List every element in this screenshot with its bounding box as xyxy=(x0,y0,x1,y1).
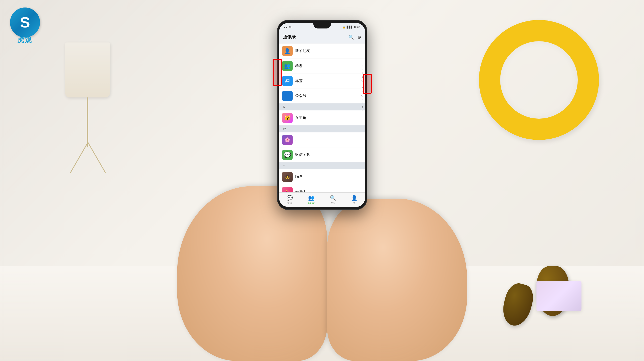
qiao-qiao-name: 哟哟 xyxy=(295,174,303,179)
official-name: 公众号 xyxy=(295,93,306,98)
alpha-up[interactable]: ↑ xyxy=(361,68,364,71)
network-type: 4G xyxy=(289,26,292,28)
yellow-donut-decoration xyxy=(479,20,599,140)
dot-user-name: 。 xyxy=(295,137,299,142)
alpha-K[interactable]: K xyxy=(361,109,364,112)
alpha-T[interactable]: T xyxy=(361,64,364,67)
status-right: 🔒 ▊▊▊ 10:37 xyxy=(343,26,360,28)
left-hand xyxy=(177,186,327,361)
weixin-icon: 💬 xyxy=(287,195,293,201)
me-icon: 👤 xyxy=(351,195,357,201)
yun-qishi-1-name: 云骑士 xyxy=(295,189,306,192)
section-y: Y xyxy=(279,162,365,169)
nv-zhujiao-name: 女主角 xyxy=(295,115,306,120)
lamp-legs xyxy=(65,142,110,182)
brand-logo: S 虎观 xyxy=(10,7,40,37)
tags-name: 标签 xyxy=(295,78,303,83)
weixin-label: 微信 xyxy=(287,201,292,205)
new-friend-name: 新的朋友 xyxy=(295,48,310,53)
app-header: 通讯录 🔍 ⊕ xyxy=(279,31,365,43)
alpha-J[interactable]: J xyxy=(361,105,364,109)
pine-cones-decoration xyxy=(469,236,594,336)
phone-device: ▲▲ 4G 🔒 ▊▊▊ 10:37 通讯录 🔍 ⊕ xyxy=(277,20,367,210)
dot-user-item[interactable]: 🌸 。 xyxy=(279,132,365,147)
pine-cone-small xyxy=(499,281,536,329)
official-account-item[interactable]: 👤 公众号 xyxy=(279,88,365,103)
official-avatar: 👤 xyxy=(282,91,293,101)
time-display: 10:37 xyxy=(354,26,360,28)
phone-screen: ▲▲ 4G 🔒 ▊▊▊ 10:37 通讯录 🔍 ⊕ xyxy=(279,23,365,207)
volume-button-highlight xyxy=(273,59,282,86)
nav-me[interactable]: 👤 我 xyxy=(351,195,357,205)
alpha-G[interactable]: G xyxy=(361,94,364,97)
contacts-title: 通讯录 xyxy=(283,34,296,40)
phone-body: ▲▲ 4G 🔒 ▊▊▊ 10:37 通讯录 🔍 ⊕ xyxy=(277,20,367,210)
section-w: W xyxy=(279,125,365,132)
right-hand xyxy=(327,199,467,361)
nv-zhujiao-item[interactable]: 😺 女主角 xyxy=(279,110,365,125)
contacts-nav-icon: 👥 xyxy=(308,195,314,201)
dot-user-avatar: 🌸 xyxy=(282,135,293,145)
nav-discover[interactable]: 🔍 发现 xyxy=(330,195,336,205)
brand-name: 虎观 xyxy=(10,36,40,44)
search-icon[interactable]: 🔍 xyxy=(348,34,354,40)
contacts-nav-label: 通讯录 xyxy=(308,201,315,205)
tags-avatar: 🏷 xyxy=(282,76,293,86)
section-n: N xyxy=(279,103,365,110)
battery-icon: ▊▊▊ xyxy=(347,26,353,28)
logo-symbol: S xyxy=(20,15,30,30)
contact-list-body: 👤 新的朋友 👥 群聊 🏷 标签 👤 公众号 xyxy=(279,43,365,192)
new-friend-avatar: 👤 xyxy=(282,46,293,56)
side-button-highlight xyxy=(363,74,372,94)
add-contact-icon[interactable]: ⊕ xyxy=(357,34,361,40)
group-chat-item[interactable]: 👥 群聊 xyxy=(279,58,365,73)
qiao-qiao-item[interactable]: 👧 哟哟 xyxy=(279,169,365,184)
qiao-qiao-avatar: 👧 xyxy=(282,172,293,182)
lamp-shade xyxy=(65,42,110,97)
wechat-team-avatar: 💬 xyxy=(282,150,293,160)
group-chat-avatar: 👥 xyxy=(282,61,293,71)
logo-circle: S xyxy=(10,7,40,37)
wechat-team-item[interactable]: 💬 微信团队 xyxy=(279,147,365,162)
discover-label: 发现 xyxy=(331,201,335,205)
lock-icon: 🔒 xyxy=(343,26,346,28)
lamp-stand xyxy=(50,37,125,187)
alpha-I[interactable]: I xyxy=(361,101,364,105)
tags-item[interactable]: 🏷 标签 xyxy=(279,73,365,88)
alpha-H[interactable]: H xyxy=(361,98,364,101)
signal-icon: ▲▲ xyxy=(283,26,288,28)
wechat-team-name: 微信团队 xyxy=(295,152,310,157)
sparkle-gift xyxy=(536,281,581,311)
discover-icon: 🔍 xyxy=(330,195,336,201)
nav-weixin[interactable]: 💬 微信 xyxy=(287,195,293,205)
status-left: ▲▲ 4G xyxy=(283,26,292,28)
nav-contacts[interactable]: 👥 通讯录 xyxy=(308,195,315,205)
me-label: 我 xyxy=(353,201,355,205)
new-friend-item[interactable]: 👤 新的朋友 xyxy=(279,43,365,58)
nv-zhujiao-avatar: 😺 xyxy=(282,113,293,123)
yun-qishi-1-item[interactable]: 🌺 云骑士 xyxy=(279,184,365,192)
lamp-pole xyxy=(87,97,88,147)
yun-qishi-1-avatar: 🌺 xyxy=(282,187,293,193)
header-actions: 🔍 ⊕ xyxy=(348,34,361,40)
phone-notch xyxy=(313,23,331,28)
group-chat-name: 群聊 xyxy=(295,63,303,68)
bottom-navigation: 💬 微信 👥 通讯录 🔍 发现 👤 我 xyxy=(279,192,365,207)
